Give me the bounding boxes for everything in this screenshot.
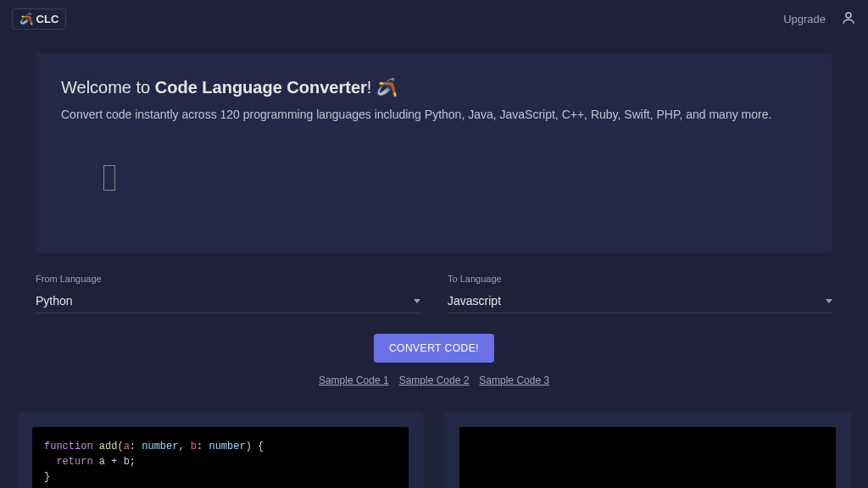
code-punct: :: [197, 441, 209, 452]
main-container: Welcome to Code Language Converter! 🪃 Co…: [19, 53, 849, 386]
code-punct: ): [246, 441, 252, 452]
sample-links-row: Sample Code 1 Sample Code 2 Sample Code …: [36, 374, 832, 386]
from-language-value: Python: [36, 294, 73, 308]
from-language-select[interactable]: Python: [36, 289, 420, 313]
sample-code-2-link[interactable]: Sample Code 2: [399, 374, 470, 386]
robot-icon: [103, 165, 115, 191]
hero-welcome-suffix: ! 🪃: [367, 78, 398, 97]
from-language-label: From Language: [36, 274, 420, 284]
code-param: a: [124, 441, 130, 452]
code-punct: ,: [178, 441, 190, 452]
sample-code-1-link[interactable]: Sample Code 1: [319, 374, 389, 386]
code-param: b: [191, 441, 197, 452]
input-code-editor[interactable]: function add(a: number, b: number) { ret…: [32, 427, 409, 488]
output-code-editor[interactable]: [459, 427, 836, 488]
hero-card: Welcome to Code Language Converter! 🪃 Co…: [36, 53, 832, 253]
code-type: number: [209, 441, 245, 452]
chevron-down-icon: [826, 299, 832, 303]
code-punct: }: [44, 471, 50, 483]
logo-badge[interactable]: 🪃 CLC: [12, 8, 66, 30]
code-punct: :: [130, 441, 142, 452]
convert-button-row: CONVERT CODE!: [36, 334, 832, 363]
to-language-select[interactable]: Javascript: [448, 289, 832, 313]
to-language-label: To Language: [448, 274, 832, 284]
user-icon[interactable]: [841, 10, 856, 29]
from-language-group: From Language Python: [36, 274, 420, 313]
code-keyword: function: [44, 441, 93, 452]
hero-welcome-prefix: Welcome to: [61, 78, 155, 97]
nav-right: Upgrade: [783, 10, 856, 29]
code-punct: ;: [130, 456, 136, 468]
upgrade-link[interactable]: Upgrade: [783, 13, 826, 25]
input-code-card: function add(a: number, b: number) { ret…: [17, 412, 424, 488]
hero-title: Welcome to Code Language Converter! 🪃: [61, 77, 807, 97]
code-keyword: return: [56, 456, 92, 468]
convert-button[interactable]: CONVERT CODE!: [374, 334, 494, 363]
selectors-row: From Language Python To Language Javascr…: [36, 274, 832, 313]
hero-subtitle: Convert code instantly across 120 progra…: [61, 108, 807, 121]
code-punct: (: [117, 441, 123, 452]
code-row: function add(a: number, b: number) { ret…: [0, 412, 868, 488]
sample-code-3-link[interactable]: Sample Code 3: [479, 374, 549, 386]
code-expr: a + b: [93, 456, 130, 468]
navbar: 🪃 CLC Upgrade: [0, 0, 868, 38]
code-type: number: [142, 441, 178, 452]
svg-point-0: [846, 13, 851, 18]
chevron-down-icon: [414, 299, 420, 303]
output-code-card: [444, 412, 851, 488]
hero-welcome-strong: Code Language Converter: [155, 78, 367, 97]
to-language-group: To Language Javascript: [448, 274, 832, 313]
code-fn-name: add: [99, 441, 118, 452]
code-punct: {: [252, 441, 264, 452]
to-language-value: Javascript: [448, 294, 501, 308]
